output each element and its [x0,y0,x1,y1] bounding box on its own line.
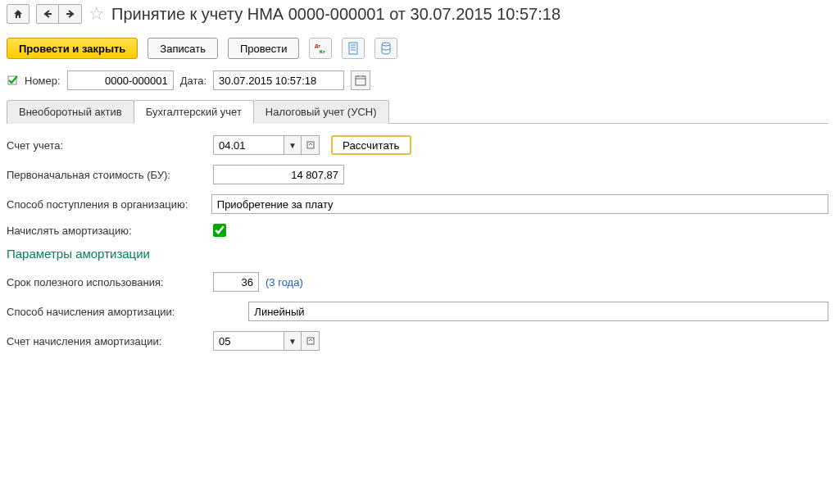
tab-accounting[interactable]: Бухгалтерский учет [134,100,254,124]
document-icon-button[interactable] [342,38,365,59]
tab-noncurrent-asset[interactable]: Внеоборотный актив [7,100,134,124]
amortization-checkbox-label: Начислять амортизацию: [7,225,206,237]
amortization-method-input[interactable] [248,302,828,321]
calculate-button[interactable]: Рассчитать [331,135,411,155]
svg-text:Кт: Кт [320,49,325,54]
svg-rect-14 [307,142,314,148]
svg-rect-4 [349,43,357,54]
account-open-button[interactable] [302,135,320,155]
amortization-account-label: Счет начисления амортизации: [7,335,206,347]
receipt-method-input[interactable] [211,194,828,214]
cost-label: Первоначальная стоимость (БУ): [7,169,206,181]
number-input[interactable] [67,70,174,90]
dtkt-icon-button[interactable]: ДтКт [309,38,332,59]
structure-icon-button[interactable] [374,38,397,59]
amortization-account-input[interactable] [213,331,284,351]
tab-tax-usn[interactable]: Налоговый учет (УСН) [253,100,389,124]
number-label: Номер: [25,75,61,87]
post-and-close-button[interactable]: Провести и закрыть [7,38,138,59]
amortization-section-title: Параметры амортизации [7,247,828,261]
useful-life-input[interactable] [213,272,259,292]
forward-button[interactable] [59,4,82,24]
page-title: Принятие к учету НМА 0000-000001 от 30.0… [111,5,560,24]
back-button[interactable] [36,4,59,24]
useful-life-label: Срок полезного использования: [7,276,206,288]
svg-rect-10 [356,76,365,85]
save-button[interactable]: Записать [147,38,218,59]
account-label: Счет учета: [7,139,206,152]
svg-point-8 [382,43,390,46]
receipt-method-label: Способ поступления в организацию: [7,198,205,211]
amortization-account-dropdown-button[interactable]: ▼ [284,331,302,351]
amortization-account-open-button[interactable] [302,331,320,351]
date-input[interactable] [213,70,344,90]
useful-life-hint: (3 года) [265,276,303,288]
amortization-checkbox[interactable] [213,224,226,237]
status-posted-icon [7,75,18,86]
account-input[interactable] [213,135,284,155]
date-label: Дата: [180,75,206,87]
cost-input[interactable] [213,165,344,184]
svg-rect-15 [307,338,314,344]
home-button[interactable] [7,4,29,24]
calendar-button[interactable] [351,70,370,90]
amortization-method-label: Способ начисления амортизации: [7,306,242,318]
post-button[interactable]: Провести [228,38,300,59]
account-dropdown-button[interactable]: ▼ [284,135,302,155]
favorite-star-icon[interactable]: ☆ [88,3,105,25]
svg-text:Дт: Дт [315,43,320,48]
